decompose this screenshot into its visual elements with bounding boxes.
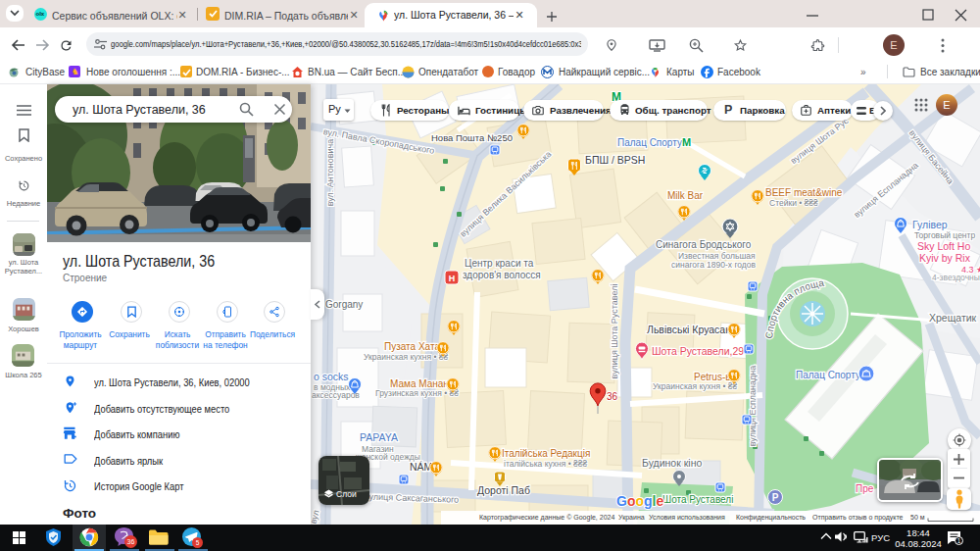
- svg-text:Львівські Круасани: Львівські Круасани: [647, 324, 737, 335]
- svg-text:Украина: Украина: [618, 514, 645, 522]
- svg-text:Палац Спорту: Палац Спорту: [617, 137, 682, 148]
- svg-text:Sky Loft Ho: Sky Loft Ho: [917, 240, 970, 252]
- svg-text:Картографические данные © Goog: Картографические данные © Google, 2024: [479, 514, 614, 522]
- svg-text:Условия использования: Условия использования: [649, 514, 725, 521]
- svg-text:o socks: o socks: [314, 371, 349, 382]
- svg-text:P: P: [772, 492, 779, 503]
- svg-text:Google: Google: [616, 493, 663, 509]
- svg-text:БПШ / BPSH: БПШ / BPSH: [585, 154, 645, 166]
- svg-text:36: 36: [607, 391, 618, 402]
- svg-text:50 м: 50 м: [910, 514, 925, 521]
- svg-text:Конфиденциальность: Конфиденциальность: [736, 514, 806, 522]
- svg-text:Пузата Хата: Пузата Хата: [384, 341, 440, 352]
- svg-text:здоров'я волосся: здоров'я волосся: [463, 270, 541, 280]
- svg-text:4.3 ★: 4.3 ★: [961, 265, 980, 275]
- svg-text:PAPAYA: PAPAYA: [360, 431, 398, 443]
- svg-text:Шота Руставели,29: Шота Руставели,29: [652, 345, 744, 357]
- svg-text:Хрещатик: Хрещатик: [929, 312, 977, 324]
- svg-text:Украинская кухня • ₴₴: Украинская кухня • ₴₴: [653, 381, 738, 391]
- svg-text:Gorgany: Gorgany: [325, 299, 363, 310]
- svg-text:Торговый центр: Торговый центр: [914, 230, 975, 240]
- svg-text:вулиця Еспланадна: вулиця Еспланадна: [748, 366, 758, 446]
- svg-text:1: 1: [957, 537, 961, 544]
- svg-text:Стейки • ₴₴₴: Стейки • ₴₴₴: [769, 198, 818, 208]
- svg-text:вул. Антоновича: вул. Антоновича: [325, 139, 335, 207]
- svg-text:Украинская кухня • ₴₴: Украинская кухня • ₴₴: [364, 352, 449, 362]
- svg-text:Нова Пошта №250: Нова Пошта №250: [431, 132, 513, 143]
- svg-text:Пре: Пре: [856, 483, 874, 494]
- svg-text:Kyiv by Rix: Kyiv by Rix: [919, 252, 971, 264]
- svg-text:M: M: [682, 136, 691, 148]
- svg-text:BEEF meat&wine: BEEF meat&wine: [765, 187, 843, 198]
- svg-text:синагога 1890-х годов: синагога 1890-х годов: [671, 260, 757, 270]
- svg-text:H: H: [449, 274, 456, 283]
- svg-text:Milk Bar: Milk Bar: [667, 190, 704, 201]
- svg-text:Дороті Паб: Дороті Паб: [477, 484, 530, 496]
- svg-text:італійська кухня • ₴₴₴: італійська кухня • ₴₴₴: [504, 459, 587, 469]
- svg-text:Шота Руставелі: Шота Руставелі: [662, 494, 733, 505]
- svg-text:Грузинская кухня • ₴₴: Грузинская кухня • ₴₴: [375, 388, 459, 398]
- svg-text:вулиця Шота Руставелі: вулиця Шота Руставелі: [610, 284, 619, 379]
- svg-text:Будинок кіно: Будинок кіно: [642, 457, 702, 469]
- svg-text:Синагога Бродського: Синагога Бродського: [656, 239, 752, 250]
- svg-text:Гулівер: Гулівер: [912, 219, 948, 230]
- svg-text:NÁM: NÁM: [410, 461, 432, 473]
- svg-text:Італійська Редакція: Італійська Редакція: [502, 448, 590, 459]
- svg-text:Палац Спорту: Палац Спорту: [796, 370, 860, 380]
- svg-text:аксессуаров: аксессуаров: [312, 390, 360, 400]
- svg-text:Центр краси та: Центр краси та: [465, 258, 534, 269]
- svg-text:Отправить отзыв о продукте: Отправить отзыв о продукте: [812, 514, 904, 522]
